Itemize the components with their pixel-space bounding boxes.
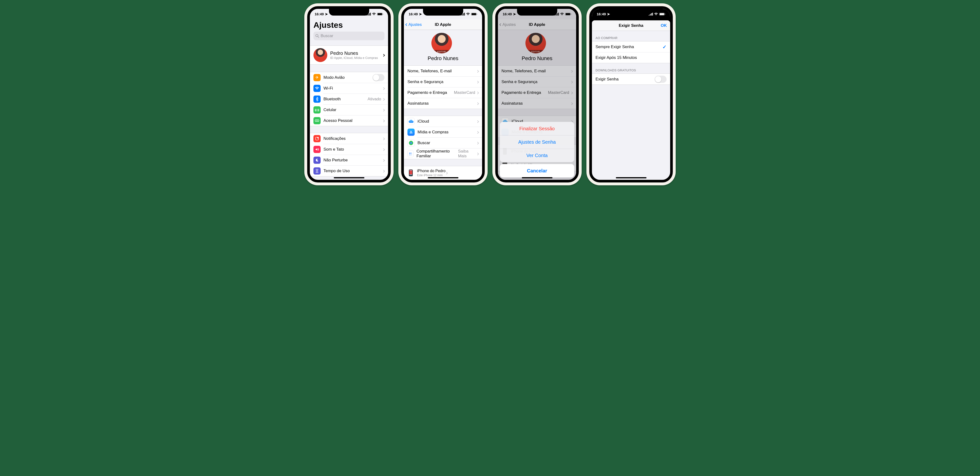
home-indicator[interactable] <box>428 177 458 178</box>
cell-bluetooth[interactable]: Bluetooth Ativado <box>310 94 388 104</box>
screen-require-password: 16:49 ➤ Exigir Senha OK Ao Comprar Sempr… <box>589 6 673 182</box>
profile-sub: ID Apple, iCloud, Mídia e Compras <box>330 56 383 60</box>
chevron-right-icon <box>383 108 385 112</box>
battery-icon <box>659 13 665 16</box>
svg-point-12 <box>317 137 319 138</box>
done-button[interactable]: OK <box>661 23 667 28</box>
clock: 16:49 <box>597 12 606 16</box>
chevron-right-icon <box>383 158 385 162</box>
device-row-macbook[interactable]: MacBook Air do Pedro MacBook Air 13" <box>404 179 482 180</box>
profile-name: Pedro Nunes <box>330 51 383 56</box>
phone-2: 16:49 ➤ Ajustes ID Apple EDITAR <box>398 3 488 185</box>
svg-point-26 <box>410 153 412 154</box>
svg-rect-2 <box>369 13 370 16</box>
sheet-cancel[interactable]: Cancelar <box>500 164 574 177</box>
cell-icloud[interactable]: iCloud <box>404 116 482 127</box>
group-account: Nome, Telefones, E-mail Senha e Seguranç… <box>404 65 482 109</box>
svg-rect-5 <box>377 13 382 15</box>
home-indicator[interactable] <box>616 177 646 178</box>
cell-always-require[interactable]: Sempre Exigir Senha ✓ <box>592 42 670 52</box>
screen-settings-root: 16:49 ➤ Ajustes Buscar Pedro Nunes <box>307 6 391 182</box>
action-sheet: Finalizar Sessão Ajustes de Senha Ver Co… <box>500 122 574 177</box>
screen-apple-id: 16:49 ➤ Ajustes ID Apple EDITAR <box>401 6 485 182</box>
group-connectivity: ✈ Modo Avião Wi-Fi <box>310 72 388 126</box>
avatar <box>313 48 327 62</box>
home-indicator[interactable] <box>334 177 364 178</box>
cell-hotspot[interactable]: Acesso Pessoal <box>310 115 388 126</box>
location-icon: ➤ <box>325 12 328 16</box>
cell-subscriptions[interactable]: Assinaturas <box>404 98 482 109</box>
battery-icon <box>471 13 477 16</box>
home-indicator[interactable] <box>522 177 552 178</box>
svg-rect-17 <box>463 13 464 16</box>
svg-rect-46 <box>652 13 653 16</box>
sheet-signout[interactable]: Finalizar Sessão <box>500 122 574 135</box>
location-icon: ➤ <box>419 12 422 16</box>
wifi-icon <box>466 13 470 16</box>
search-input[interactable]: Buscar <box>313 32 385 40</box>
sheet-password-settings[interactable]: Ajustes de Senha <box>500 135 574 149</box>
cell-notifications[interactable]: Notificações <box>310 133 388 144</box>
svg-point-24 <box>411 142 412 143</box>
cell-require-15min[interactable]: Exigir Após 15 Minutos <box>592 52 670 63</box>
checkmark-icon: ✓ <box>662 44 667 50</box>
cell-password-security[interactable]: Senha e Segurança <box>404 77 482 87</box>
cell-airplane[interactable]: ✈ Modo Avião <box>310 72 388 83</box>
svg-rect-3 <box>370 13 371 16</box>
family-value: Saiba Mais <box>458 149 475 158</box>
group-services: iCloud Mídia e Compras B <box>404 116 482 159</box>
cell-family-sharing[interactable]: Compartilhamento Familiar Saiba Mais <box>404 148 482 159</box>
svg-rect-21 <box>477 14 477 15</box>
modal-sheet: Exigir Senha OK Ao Comprar Sempre Exigir… <box>592 20 670 180</box>
device-sub: Este iPhone 12 mini <box>417 174 445 177</box>
cell-payment-shipping[interactable]: Pagamento e Entrega MasterCard <box>404 87 482 98</box>
bluetooth-value: Ativado <box>368 97 381 102</box>
svg-rect-30 <box>409 174 412 175</box>
hotspot-icon <box>313 117 321 124</box>
cell-screentime[interactable]: Tempo de Uso <box>310 165 388 176</box>
page-title: Ajustes <box>310 19 388 32</box>
nav-title: Exigir Senha <box>619 23 643 28</box>
group-purchase: Sempre Exigir Senha ✓ Exigir Após 15 Min… <box>592 41 670 63</box>
chevron-right-icon <box>383 53 385 57</box>
cell-name-phone-email[interactable]: Nome, Telefones, E-mail <box>404 65 482 77</box>
cell-require-password-toggle[interactable]: Exigir Senha <box>592 74 670 85</box>
notch <box>329 9 369 16</box>
svg-rect-45 <box>651 13 652 16</box>
edit-badge[interactable]: EDITAR <box>431 50 452 53</box>
require-toggle[interactable] <box>655 76 667 83</box>
chevron-right-icon <box>383 147 385 152</box>
moon-icon <box>313 157 321 164</box>
antenna-icon <box>313 106 321 113</box>
cell-dnd[interactable]: Não Perturbe <box>310 155 388 165</box>
cell-cellular[interactable]: Celular <box>310 104 388 115</box>
svg-point-25 <box>409 153 410 154</box>
phone-4: 16:49 ➤ Exigir Senha OK Ao Comprar Sempr… <box>586 3 676 185</box>
search-placeholder: Buscar <box>321 34 333 38</box>
group-freedl: Exigir Senha <box>592 73 670 85</box>
svg-rect-49 <box>665 14 665 15</box>
appstore-icon <box>407 129 415 136</box>
search-icon <box>315 34 319 38</box>
notch <box>423 9 463 16</box>
cell-wifi[interactable]: Wi-Fi <box>310 83 388 94</box>
screen-apple-id-actionsheet: 16:49 ➤ Ajustes ID Apple EDITAR <box>495 6 579 182</box>
svg-rect-48 <box>660 13 664 15</box>
cell-media-purchases[interactable]: Mídia e Compras <box>404 127 482 137</box>
cell-sounds[interactable]: Som e Tato <box>310 144 388 155</box>
airplane-toggle[interactable] <box>372 74 385 81</box>
apple-id-row[interactable]: Pedro Nunes ID Apple, iCloud, Mídia e Co… <box>310 45 388 65</box>
svg-point-9 <box>315 120 317 121</box>
svg-rect-20 <box>472 13 476 15</box>
chevron-right-icon <box>383 97 385 101</box>
profile-hero: EDITAR Pedro Nunes <box>404 30 482 65</box>
avatar[interactable]: EDITAR <box>431 33 452 53</box>
back-button[interactable]: Ajustes <box>406 22 422 27</box>
section-header-purchase: Ao Comprar <box>592 31 670 41</box>
cell-findmy[interactable]: Buscar <box>404 137 482 148</box>
notch <box>611 9 651 16</box>
phone-1: 16:49 ➤ Ajustes Buscar Pedro Nunes <box>304 3 394 185</box>
sheet-view-account[interactable]: Ver Conta <box>500 149 574 162</box>
iphone-icon <box>407 169 414 177</box>
findmy-icon <box>407 139 415 147</box>
